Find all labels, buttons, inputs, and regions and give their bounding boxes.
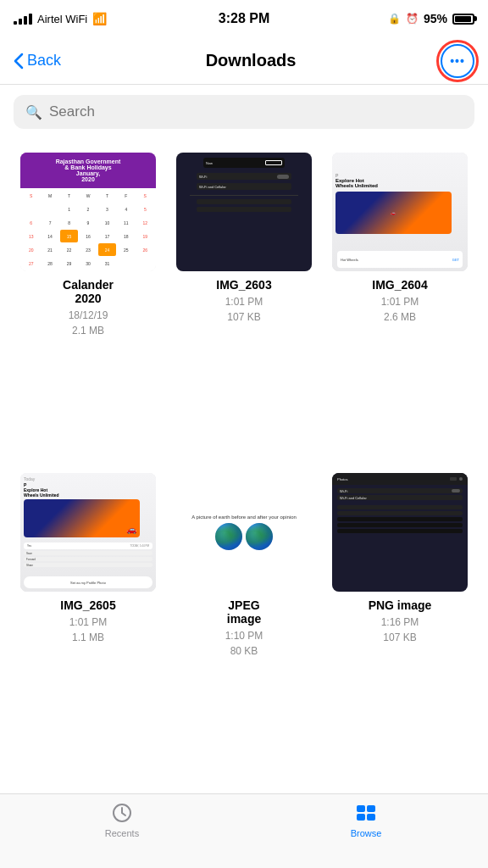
list-item[interactable]: Now Wi-Fi Wi-Fi and Cellular IMG_2603 1:… <box>169 153 319 459</box>
file-name: IMG_2603 <box>216 278 271 292</box>
status-right: 🔒 ⏰ 95% <box>388 12 474 25</box>
file-meta: 1:16 PM107 KB <box>381 615 419 645</box>
search-bar: 🔍 <box>14 95 474 129</box>
svg-rect-3 <box>357 814 365 821</box>
carrier-label: Airtel WiFi <box>37 13 87 25</box>
nav-bar: Back Downloads ••• <box>0 37 488 85</box>
signal-icon <box>14 14 32 25</box>
calendar-body: SMTWTFS 12345 6789101112 13141516171819 … <box>20 188 156 271</box>
battery-icon <box>452 14 474 25</box>
file-meta: 1:01 PM2.6 MB <box>381 294 419 325</box>
time-display: 3:28 PM <box>219 11 269 26</box>
svg-rect-2 <box>367 805 375 812</box>
file-name: PNG image <box>369 598 432 612</box>
file-meta: 1:10 PM80 KB <box>225 628 263 659</box>
list-item[interactable]: Today P Explore HotWheels Unlimited 🚗 Ho… <box>325 153 474 459</box>
tab-recents[interactable]: Recents <box>0 801 244 838</box>
file-thumbnail: Now Wi-Fi Wi-Fi and Cellular <box>176 153 312 271</box>
more-options-button[interactable]: ••• <box>441 44 474 78</box>
more-icon: ••• <box>450 54 465 68</box>
calendar-header: Rajasthan Government& Bank HolidaysJanua… <box>20 153 156 188</box>
tab-browse[interactable]: Browse <box>244 801 488 838</box>
file-thumbnail: Photos Wi-Fi Wi-Fi and Cellular <box>332 473 468 592</box>
status-left: Airtel WiFi 📶 <box>14 12 107 25</box>
file-name: IMG_2604 <box>372 278 427 292</box>
page-title: Downloads <box>206 51 297 70</box>
back-label: Back <box>27 52 61 70</box>
status-bar: Airtel WiFi 📶 3:28 PM 🔒 ⏰ 95% <box>0 0 488 37</box>
svg-rect-4 <box>367 814 375 821</box>
browse-icon <box>354 801 378 825</box>
browse-label: Browse <box>351 828 382 838</box>
recents-label: Recents <box>105 828 139 838</box>
file-thumbnail: Today P Explore HotWheels Unlimited 🚗 Ye… <box>20 473 156 592</box>
file-name: JPEGimage <box>227 598 261 626</box>
svg-rect-1 <box>357 805 365 812</box>
back-button[interactable]: Back <box>14 52 61 70</box>
search-container: 🔍 <box>0 85 488 139</box>
recents-icon <box>110 801 134 825</box>
earth-balls <box>215 523 273 550</box>
file-thumbnail: Today P Explore HotWheels Unlimited 🚗 Ho… <box>332 153 468 271</box>
lock-icon: 🔒 <box>388 13 401 25</box>
list-item[interactable]: Rajasthan Government& Bank HolidaysJanua… <box>14 153 163 459</box>
list-item[interactable]: A picture of earth before and after your… <box>169 473 319 780</box>
file-name: IMG_2605 <box>60 598 115 612</box>
alarm-icon: ⏰ <box>406 13 419 25</box>
wifi-icon: 📶 <box>92 12 107 25</box>
chevron-left-icon <box>14 53 24 70</box>
file-thumbnail: A picture of earth before and after your… <box>176 473 312 592</box>
earth-text: A picture of earth before and after your… <box>188 515 300 520</box>
list-item[interactable]: Photos Wi-Fi Wi-Fi and Cellular <box>325 473 474 780</box>
file-grid: Rajasthan Government& Bank HolidaysJanua… <box>0 139 488 793</box>
file-meta: 1:01 PM1.1 MB <box>69 615 108 645</box>
search-icon: 🔍 <box>25 104 42 120</box>
list-item[interactable]: Today P Explore HotWheels Unlimited 🚗 Ye… <box>14 473 163 780</box>
search-input[interactable] <box>49 103 463 120</box>
file-name: Calander2020 <box>63 278 114 305</box>
file-meta: 18/12/192.1 MB <box>69 308 108 338</box>
file-thumbnail: Rajasthan Government& Bank HolidaysJanua… <box>20 153 156 271</box>
battery-percent: 95% <box>424 12 447 25</box>
tab-bar: Recents Browse <box>0 793 488 868</box>
file-meta: 1:01 PM107 KB <box>225 294 263 325</box>
